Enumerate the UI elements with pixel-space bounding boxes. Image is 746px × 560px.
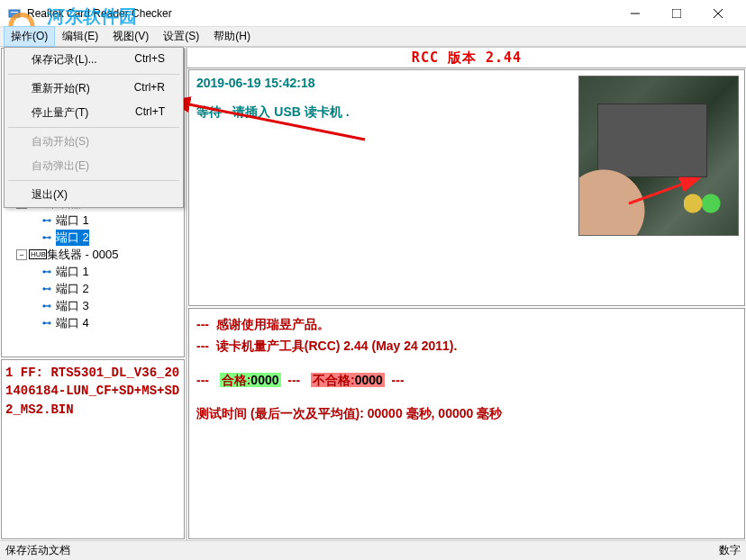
hub-icon: HUB (29, 249, 47, 259)
svg-rect-2 (11, 12, 18, 13)
version-label: RCC 版本 2.44 (187, 47, 746, 68)
result-panel: --- 感谢使用瑞昱产品。 --- 读卡机量产工具(RCC) 2.44 (May… (188, 308, 745, 539)
timing-info: 测试时间 (最后一次及平均值): 00000 毫秒, 00000 毫秒 (196, 403, 737, 425)
tree-port-node-selected[interactable]: ⊷ 端口 2 (4, 229, 182, 246)
menu-separator (8, 74, 179, 75)
tree-port-node[interactable]: ⊷ 端口 3 (4, 297, 182, 314)
maximize-icon (672, 9, 681, 18)
status-left: 保存活动文档 (5, 543, 70, 558)
status-right: 数字 (719, 543, 741, 558)
tree-port-node[interactable]: ⊷ 端口 1 (4, 212, 182, 229)
menu-edit[interactable]: 编辑(E) (55, 26, 105, 47)
tree-port-node[interactable]: ⊷ 端口 1 (4, 263, 182, 280)
menu-operation[interactable]: 操作(O) (4, 26, 55, 47)
menu-exit[interactable]: 退出(X) (5, 183, 183, 207)
minimize-icon (631, 9, 640, 18)
menu-separator (8, 180, 179, 181)
tree-hub-node[interactable]: − HUB 集线器 - 0005 (4, 246, 182, 263)
svg-rect-1 (9, 10, 20, 17)
thanks-message: 感谢使用瑞昱产品。 (216, 317, 330, 331)
menu-separator (8, 127, 179, 128)
maximize-button[interactable] (656, 0, 697, 27)
menu-autoeject: 自动弹出(E) (5, 154, 183, 178)
usb-icon: ⊷ (38, 232, 56, 242)
app-icon (7, 6, 22, 21)
menu-autostart: 自动开始(S) (5, 130, 183, 154)
tool-version: 读卡机量产工具(RCC) 2.44 (May 24 2011). (216, 339, 458, 353)
tree-collapse-icon[interactable]: − (16, 249, 27, 260)
operation-dropdown: 保存记录(L)... Ctrl+S 重新开始(R) Ctrl+R 停止量产(T)… (4, 47, 184, 208)
svg-rect-4 (672, 9, 681, 18)
menu-stop[interactable]: 停止量产(T) Ctrl+T (5, 101, 183, 125)
svg-line-8 (629, 179, 696, 203)
fail-count: 0000 (355, 373, 383, 387)
usb-icon: ⊷ (38, 284, 56, 294)
titlebar: Realtek Card Reader Checker (0, 0, 746, 27)
log-timestamp: 2019-06-19 15:42:18 (196, 76, 566, 90)
usb-icon: ⊷ (38, 266, 56, 276)
pass-fail-row: --- 合格:0000 --- 不合格:0000 --- (196, 370, 737, 392)
pass-count: 0000 (250, 373, 278, 387)
image-arrow-icon (624, 172, 705, 208)
usb-icon: ⊷ (38, 215, 56, 225)
close-button[interactable] (697, 0, 739, 27)
menu-view[interactable]: 视图(V) (105, 26, 156, 47)
usb-icon: ⊷ (38, 318, 56, 328)
log-wait-message: 等待 - 请插入 USB 读卡机 . (196, 104, 566, 121)
log-panel: 2019-06-19 15:42:18 等待 - 请插入 USB 读卡机 . (189, 70, 573, 305)
firmware-info-panel: 1 FF: RTS5301_DL_V36_201406184-LUN_CF+SD… (1, 359, 185, 539)
menu-save-log[interactable]: 保存记录(L)... Ctrl+S (5, 48, 183, 72)
menu-restart[interactable]: 重新开始(R) Ctrl+R (5, 77, 183, 101)
menu-help[interactable]: 帮助(H) (206, 26, 258, 47)
tree-port-node[interactable]: ⊷ 端口 2 (4, 280, 182, 297)
window-title: Realtek Card Reader Checker (27, 7, 614, 20)
minimize-button[interactable] (614, 0, 656, 27)
instruction-image-panel (573, 70, 744, 305)
statusbar: 保存活动文档 数字 (0, 540, 746, 560)
close-icon (714, 9, 723, 18)
instruction-image (578, 76, 739, 236)
usb-icon: ⊷ (38, 301, 56, 311)
menubar: 操作(O) 编辑(E) 视图(V) 设置(S) 帮助(H) (0, 27, 746, 47)
tree-port-node[interactable]: ⊷ 端口 4 (4, 314, 182, 331)
menu-settings[interactable]: 设置(S) (156, 26, 206, 47)
